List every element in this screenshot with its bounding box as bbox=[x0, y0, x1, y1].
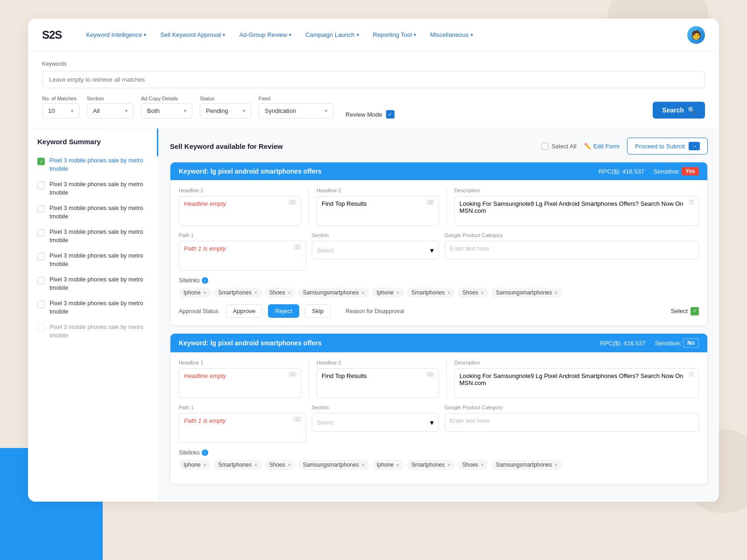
description-count-1: 7 bbox=[688, 371, 695, 378]
nav-miscellaneous[interactable]: Miscellaneous ▾ bbox=[424, 28, 478, 41]
sidebar-item-0[interactable]: ✓ Pixel 3 mobile phones sale by metro tm… bbox=[37, 153, 149, 177]
review-mode-checkbox[interactable]: ✓ bbox=[386, 110, 395, 119]
search-button[interactable]: Search 🔍 bbox=[653, 102, 705, 119]
skip-button-0[interactable]: Skip bbox=[305, 304, 331, 318]
approval-left-0: Approval Status Approve Reject Skip Reas… bbox=[179, 304, 404, 318]
sidebar-checkbox-7[interactable] bbox=[37, 324, 45, 332]
section-label: Section bbox=[87, 96, 134, 101]
path1-box-1[interactable]: Path 1 is empty 15 bbox=[179, 413, 306, 443]
sitelink-smartphones2-1[interactable]: Smartphones× bbox=[407, 460, 455, 470]
sidebar: Keyword Summary ✓ Pixel 3 mobile phones … bbox=[28, 128, 159, 502]
sitelink-iphone2-1[interactable]: Iphone× bbox=[372, 460, 404, 470]
section-field-select-0[interactable]: Select ▾ bbox=[312, 241, 439, 259]
nav-reporting-tool[interactable]: Reporting Tool ▾ bbox=[367, 28, 422, 41]
nav-keyword-intelligence[interactable]: Keyword Intelligence ▾ bbox=[80, 28, 152, 41]
headline2-box-1[interactable]: Find Top Results 10 bbox=[317, 368, 439, 398]
keywords-input[interactable] bbox=[42, 71, 705, 88]
sidebar-item-1[interactable]: Pixel 3 mobile phones sale by metro tmob… bbox=[37, 177, 149, 201]
keyword-card-0: Keyword: lg pixel android smartphones of… bbox=[170, 162, 708, 326]
description-count-0: 7 bbox=[688, 199, 695, 205]
sitelink-iphone2-0[interactable]: Iphone× bbox=[372, 287, 404, 298]
sitelink-shoes2-1[interactable]: Shoes× bbox=[458, 460, 488, 470]
gpc-label-1: Google Product Category bbox=[444, 405, 699, 410]
sitelinks-tags-0: Iphone× Smartphones× Shoes× Samsungsmart… bbox=[179, 287, 699, 298]
sidebar-checkbox-2[interactable] bbox=[37, 205, 45, 213]
sitelink-shoes-0[interactable]: Shoes× bbox=[265, 287, 296, 298]
path1-group-0: Path 1 Path 1 is empty 15 bbox=[179, 232, 306, 271]
gpc-input-1[interactable]: Enter text here bbox=[444, 413, 699, 432]
sidebar-item-3[interactable]: Pixel 3 mobile phones sale by metro tmob… bbox=[37, 224, 149, 248]
sitelinks-label-0: Sitelinks i bbox=[179, 277, 699, 284]
description-box-1[interactable]: Looking For Samsungnote9 Lg Pixel Androi… bbox=[454, 368, 699, 398]
keyword-card-body-0: Headline 1 Headline empty 10 Headline 2 … bbox=[170, 180, 707, 325]
headline2-box-0[interactable]: Find Top Results 10 bbox=[317, 196, 439, 226]
sidebar-checkbox-1[interactable] bbox=[37, 182, 45, 189]
nav-campaign-launch[interactable]: Campaign Launch ▾ bbox=[300, 28, 365, 41]
nav-ad-group-review[interactable]: Ad-Group Review ▾ bbox=[233, 28, 297, 41]
panel-actions: Select All ✏️ Edit Form Proceed to Submi… bbox=[542, 138, 708, 154]
path1-count-1: 15 bbox=[293, 416, 302, 422]
sidebar-item-7[interactable]: Pixel 3 mobile phones sale by metro tmob… bbox=[37, 320, 149, 343]
chevron-down-icon: ▾ bbox=[184, 108, 186, 113]
headline1-box-1[interactable]: Headline empty 10 bbox=[179, 368, 301, 398]
sitelink-iphone-0[interactable]: Iphone× bbox=[179, 287, 211, 298]
path1-box-0[interactable]: Path 1 is empty 15 bbox=[179, 241, 306, 271]
gpc-input-0[interactable]: Enter text here bbox=[444, 241, 699, 259]
path-section-row-0: Path 1 Path 1 is empty 15 Section Select… bbox=[179, 232, 699, 271]
reason-group-0: Reason for Disapproval bbox=[345, 308, 404, 315]
sitelink-smartphones2-0[interactable]: Smartphones× bbox=[407, 287, 455, 298]
section-field-select-1[interactable]: Select ▾ bbox=[312, 413, 439, 432]
sitelink-smartphones-0[interactable]: Smartphones× bbox=[214, 287, 262, 298]
keyword-meta-1: RPC($): 416.537 Sensitive: No bbox=[600, 338, 699, 348]
nav-sell-keyword-approval[interactable]: Sell Keyword Approval ▾ bbox=[155, 28, 231, 41]
sidebar-checkbox-3[interactable] bbox=[37, 229, 45, 237]
sitelink-samsungsmartphones2-1[interactable]: Samsungsmartphones× bbox=[491, 460, 562, 470]
sidebar-item-text-2: Pixel 3 mobile phones sale by metro tmob… bbox=[49, 204, 149, 221]
section-field-label-0: Section bbox=[312, 232, 439, 238]
headline2-value-0: Find Top Results bbox=[322, 200, 367, 207]
sidebar-checkbox-6[interactable] bbox=[37, 301, 45, 308]
sidebar-checkbox-0[interactable]: ✓ bbox=[37, 158, 45, 165]
user-avatar[interactable]: 🧑 bbox=[687, 26, 705, 44]
chevron-down-icon: ▾ bbox=[71, 108, 73, 113]
select-check-0[interactable]: Select ✓ bbox=[671, 307, 699, 315]
adcopy-select[interactable]: Both ▾ bbox=[141, 103, 192, 119]
sidebar-checkbox-5[interactable] bbox=[37, 277, 45, 284]
sidebar-item-4[interactable]: Pixel 3 mobile phones sale by metro tmob… bbox=[37, 248, 149, 272]
adcopy-group: Ad Copy Details Both ▾ bbox=[141, 96, 192, 119]
matches-select[interactable]: 10 ▾ bbox=[42, 103, 79, 119]
section-select[interactable]: All ▾ bbox=[87, 103, 134, 119]
select-all-checkbox[interactable] bbox=[542, 143, 549, 150]
panel-title: Sell Keyword available for Review bbox=[170, 142, 283, 150]
rpc-label-1: RPC($): 416.537 bbox=[600, 340, 646, 347]
sidebar-item-text-3: Pixel 3 mobile phones sale by metro tmob… bbox=[49, 228, 149, 245]
sitelink-iphone-1[interactable]: Iphone× bbox=[179, 460, 211, 470]
description-label-1: Description bbox=[454, 360, 699, 365]
sidebar-item-6[interactable]: Pixel 3 mobile phones sale by metro tmob… bbox=[37, 296, 149, 320]
sitelink-shoes-1[interactable]: Shoes× bbox=[265, 460, 296, 470]
sensitive-badge-0: Sensitive: Yes bbox=[654, 167, 699, 175]
sitelink-samsungsmartphones-1[interactable]: Samsungsmartphones× bbox=[298, 460, 369, 470]
sidebar-item-2[interactable]: Pixel 3 mobile phones sale by metro tmob… bbox=[37, 201, 149, 224]
select-all-button[interactable]: Select All bbox=[542, 143, 576, 150]
edit-form-button[interactable]: ✏️ Edit Form bbox=[584, 143, 620, 150]
sidebar-checkbox-4[interactable] bbox=[37, 253, 45, 260]
sidebar-item-text-6: Pixel 3 mobile phones sale by metro tmob… bbox=[49, 300, 149, 316]
status-select[interactable]: Pending ▾ bbox=[200, 103, 251, 119]
sitelink-samsungsmartphones-0[interactable]: Samsungsmartphones× bbox=[298, 287, 369, 298]
sitelink-samsungsmartphones2-0[interactable]: Samsungsmartphones× bbox=[491, 287, 562, 298]
sidebar-item-5[interactable]: Pixel 3 mobile phones sale by metro tmob… bbox=[37, 272, 149, 296]
description-box-0[interactable]: Looking For Samsungnote9 Lg Pixel Androi… bbox=[454, 196, 699, 226]
headline1-box-0[interactable]: Headline empty 10 bbox=[179, 196, 301, 226]
headline1-group-0: Headline 1 Headline empty 10 bbox=[179, 188, 301, 226]
approve-button-0[interactable]: Approve bbox=[226, 304, 262, 318]
feed-select[interactable]: Syndication ▾ bbox=[259, 103, 333, 119]
chevron-down-icon: ▾ bbox=[243, 108, 245, 113]
headline1-count-1: 10 bbox=[288, 371, 297, 378]
proceed-submit-button[interactable]: Proceed to Submit → bbox=[627, 138, 708, 154]
sitelink-shoes2-0[interactable]: Shoes× bbox=[458, 287, 488, 298]
arrow-icon: → bbox=[689, 142, 700, 150]
headline1-value-0: Headline empty bbox=[184, 200, 226, 207]
sitelink-smartphones-1[interactable]: Smartphones× bbox=[214, 460, 262, 470]
reject-button-0[interactable]: Reject bbox=[268, 304, 299, 318]
